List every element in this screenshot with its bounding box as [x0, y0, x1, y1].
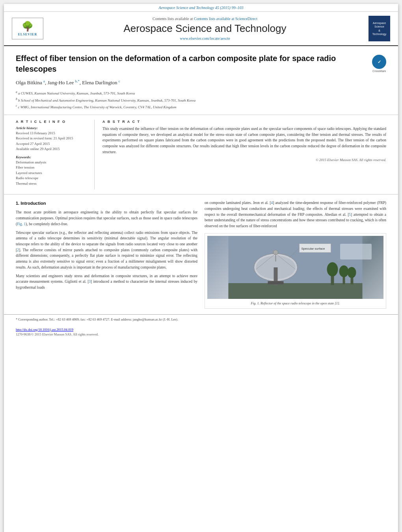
journal-title: Aerospace Science and Technology	[47, 22, 363, 35]
sciencedirect-link[interactable]: Contents lists available at ScienceDirec…	[194, 17, 257, 21]
ref4[interactable]: 4	[271, 201, 273, 205]
article-info-abstract: A R T I C L E I N F O Article history: R…	[4, 115, 398, 195]
abstract-copyright: © 2015 Elsevier Masson SAS. All rights r…	[102, 158, 386, 162]
svg-point-7	[274, 250, 278, 255]
fig1-ref[interactable]: Fig. 1	[17, 222, 26, 226]
elsevier-image: 🌳 ELSEVIER	[12, 18, 43, 39]
abstract-title: A B S T R A C T	[102, 120, 386, 124]
crossmark-badge[interactable]: ✓ CrossMark	[372, 55, 386, 69]
ast-logo-text: AerospaceScience&Technology	[372, 21, 386, 35]
intro-para-2: Telescope specular surfaces (e.g., the r…	[16, 230, 197, 271]
svg-rect-5	[268, 281, 284, 284]
col-left: 1. Introduction The most acute problem i…	[16, 200, 197, 309]
article-history: Article history: Received 13 February 20…	[16, 126, 88, 152]
article-history-title: Article history:	[16, 126, 88, 130]
elsevier-tree-icon: 🌳	[22, 21, 34, 32]
article-main-title: Effect of fiber tension on the deformati…	[16, 53, 368, 74]
contents-text: Contents lists available at	[153, 17, 194, 21]
svg-text:Specular surface: Specular surface	[302, 247, 326, 250]
header-center: Contents lists available at Contents lis…	[47, 17, 363, 41]
crossmark-label: CrossMark	[372, 70, 386, 72]
journal-bar: Aerospace Science and Technology 45 (201…	[4, 4, 398, 12]
intro-para-3: Many scientists and engineers study stre…	[16, 273, 197, 291]
abstract-text: This study examined the influence of fib…	[102, 126, 386, 155]
right-para-1: on composite laminated plates. Jeon et a…	[205, 200, 386, 229]
article-authors: Olga Bitkina a, Jang-Ho Lee b,*, Elena D…	[16, 79, 368, 86]
elsevier-logo: 🌳 ELSEVIER	[12, 18, 47, 39]
header-area: 🌳 ELSEVIER Contents lists available at C…	[4, 12, 398, 46]
svg-rect-1	[229, 283, 363, 299]
corresponding-author-note: * Corresponding author. Tel.: +82 63 469…	[16, 317, 386, 322]
ref2[interactable]: 2	[17, 248, 19, 252]
ref5[interactable]: 5	[349, 213, 351, 217]
svg-point-18	[348, 267, 356, 278]
svg-point-14	[327, 262, 338, 276]
doi-link[interactable]: http://dx.doi.org/10.1016/j.ast.2015.04.…	[16, 328, 73, 332]
intro-para-1: The most acute problem in aerospace engi…	[16, 209, 197, 227]
affiliation-a: a a CUWES, Kumsan National University, K…	[16, 90, 368, 96]
author-bitkina: Olga Bitkina a	[16, 80, 45, 85]
article-title-text: Effect of fiber tension on the deformati…	[16, 53, 368, 111]
copyright-line: 1270-9638/© 2015 Elsevier Masson SAS. Al…	[16, 332, 386, 336]
ref3[interactable]: 3	[89, 280, 91, 284]
author-darlington: Elena Darlington c	[82, 80, 120, 85]
elsevier-brand: ELSEVIER	[18, 33, 37, 36]
affiliations: a a CUWES, Kumsan National University, K…	[16, 90, 368, 110]
article-info: A R T I C L E I N F O Article history: R…	[16, 120, 95, 190]
article-history-text: Received 13 February 2015 Received in re…	[16, 131, 88, 152]
journal-citation: Aerospace Science and Technology 45 (201…	[159, 6, 244, 10]
article-title-section: Effect of fiber tension on the deformati…	[4, 46, 398, 115]
introduced-word: introduced	[93, 280, 109, 284]
footnotes: * Corresponding author. Tel.: +82 63 469…	[4, 314, 398, 326]
author-lee: Jang-Ho Lee b,*	[48, 80, 80, 85]
abstract-section: A B S T R A C T This study examined the …	[102, 120, 386, 190]
contents-available-line: Contents lists available at Contents lis…	[47, 17, 363, 21]
figure-1-caption: Fig. 1. Reflector of the space radio tel…	[207, 301, 383, 306]
article-info-title: A R T I C L E I N F O	[16, 120, 88, 124]
figure-1-image: Specular surface	[207, 236, 383, 299]
article-keywords: Keywords: Deformation analysis Fiber ten…	[16, 155, 88, 187]
keywords-list: Deformation analysis Fiber tension Layer…	[16, 160, 88, 187]
affiliation-b: b b School of Mechanical and Automotive …	[16, 97, 368, 104]
ast-logo: AerospaceScience&Technology	[363, 16, 390, 41]
journal-url: www.elsevier.com/locate/aescte	[47, 36, 363, 41]
figure-1-box: Specular surface Fig. 1. Reflector of th…	[205, 233, 386, 309]
ast-logo-box: AerospaceScience&Technology	[368, 16, 390, 41]
affiliation-c: c c WMG, International Manufacturing Cen…	[16, 104, 368, 110]
telescope-svg: Specular surface	[207, 236, 383, 299]
col-right: on composite laminated plates. Jeon et a…	[205, 200, 386, 309]
page: Aerospace Science and Technology 45 (201…	[4, 4, 398, 532]
keywords-title: Keywords:	[16, 155, 88, 159]
svg-point-16	[339, 265, 349, 277]
doi-line[interactable]: http://dx.doi.org/10.1016/j.ast.2015.04.…	[16, 328, 386, 332]
body-columns: 1. Introduction The most acute problem i…	[4, 195, 398, 314]
introduction-heading: 1. Introduction	[16, 200, 197, 207]
bottom-bar: http://dx.doi.org/10.1016/j.ast.2015.04.…	[4, 326, 398, 338]
crossmark-icon: ✓	[372, 55, 386, 69]
